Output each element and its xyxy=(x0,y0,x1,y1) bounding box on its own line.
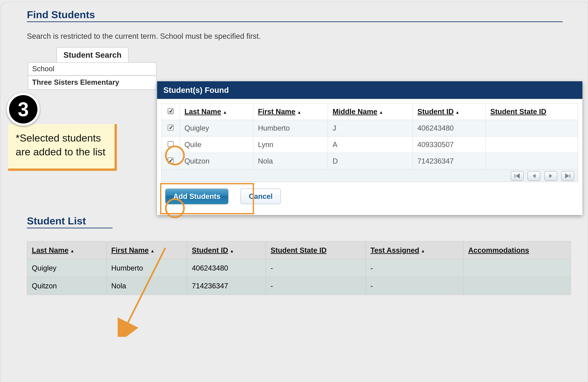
cell-student-state-id xyxy=(485,153,578,169)
row-checkbox[interactable] xyxy=(168,125,174,130)
cell-student-state-id xyxy=(485,120,578,136)
col-last-name[interactable]: Last Name▲ xyxy=(180,103,253,120)
cell-test-assigned: - xyxy=(366,277,463,295)
pager-first-button[interactable] xyxy=(511,171,524,181)
modal-title: Student(s) Found xyxy=(157,81,582,99)
sort-asc-icon: ▲ xyxy=(150,249,155,254)
cell-student-id: 406243480 xyxy=(187,259,266,277)
pager-last-icon xyxy=(565,173,571,179)
col-first-name[interactable]: First Name▲ xyxy=(106,241,187,259)
col-student-id[interactable]: Student ID▲ xyxy=(187,241,266,259)
sort-asc-icon: ▲ xyxy=(379,110,383,115)
cell-test-assigned: - xyxy=(366,259,463,277)
col-select-all[interactable] xyxy=(162,103,180,120)
sort-asc-icon: ▲ xyxy=(297,110,301,115)
cell-student-state-id: - xyxy=(266,259,366,277)
cancel-button[interactable]: Cancel xyxy=(240,189,281,204)
col-student-state-id[interactable]: Student State ID xyxy=(485,103,578,120)
step-badge-3: 3 xyxy=(7,93,40,126)
find-students-heading: Find Students xyxy=(27,9,563,22)
cell-student-id: 714236347 xyxy=(187,277,266,295)
col-first-name[interactable]: First Name▲ xyxy=(253,103,328,120)
cell-student-id: 714236347 xyxy=(413,153,485,169)
student-list-table: Last Name▲ First Name▲ Student ID▲ Stude… xyxy=(27,241,571,295)
sort-asc-icon: ▲ xyxy=(223,110,227,115)
cell-last-name: Quile xyxy=(180,136,253,153)
students-found-table: Last Name▲ First Name▲ Middle Name▲ Stud… xyxy=(161,103,578,170)
col-accommodations[interactable]: Accommodations xyxy=(463,241,571,259)
school-value: Three Sisters Elementary xyxy=(28,76,156,90)
search-restricted-text: Search is restricted to the current term… xyxy=(27,32,581,41)
cell-middle-name: A xyxy=(328,136,413,153)
cell-student-id: 406243480 xyxy=(413,120,485,136)
modal-actions: Add Students Cancel xyxy=(161,182,578,211)
cell-last-name: Quigley xyxy=(180,120,253,136)
pager-next-button[interactable] xyxy=(545,171,557,181)
table-row[interactable]: QuigleyHumberto406243480-- xyxy=(27,259,571,277)
cell-accommodations xyxy=(463,259,571,277)
row-checkbox[interactable] xyxy=(168,158,174,164)
add-students-button[interactable]: Add Students xyxy=(165,189,228,204)
cell-middle-name: D xyxy=(328,153,413,169)
pager-last-button[interactable] xyxy=(561,171,574,181)
cell-first-name: Humberto xyxy=(106,259,187,277)
table-row[interactable]: QuitzonNolaD714236347 xyxy=(162,153,578,169)
student-list-heading: Student List xyxy=(27,215,113,228)
sort-asc-icon: ▲ xyxy=(230,249,234,254)
pager-first-icon xyxy=(514,173,520,179)
table-row[interactable]: QuitzonNola714236347-- xyxy=(27,277,571,295)
panel-frame: Find Students Search is restricted to th… xyxy=(0,2,588,382)
pager xyxy=(161,170,578,182)
cell-last-name: Quitzon xyxy=(27,277,106,295)
pager-next-icon xyxy=(548,173,554,179)
col-student-id[interactable]: Student ID▲ xyxy=(413,103,485,120)
cell-last-name: Quitzon xyxy=(180,153,253,169)
table-row[interactable]: QuigleyHumbertoJ406243480 xyxy=(162,120,578,136)
school-label: School xyxy=(28,62,156,75)
sort-asc-icon: ▲ xyxy=(421,249,425,254)
checkbox-icon[interactable] xyxy=(168,108,174,114)
callout-selected-students: *Selected students are added to the list xyxy=(8,124,117,171)
sort-asc-icon: ▲ xyxy=(70,249,75,254)
col-test-assigned[interactable]: Test Assigned▲ xyxy=(366,241,463,259)
col-last-name[interactable]: Last Name▲ xyxy=(27,241,106,259)
cell-middle-name: J xyxy=(328,120,413,136)
cell-student-state-id: - xyxy=(266,277,366,295)
col-middle-name[interactable]: Middle Name▲ xyxy=(328,103,413,120)
cell-student-state-id xyxy=(485,136,578,153)
cell-last-name: Quigley xyxy=(27,259,106,277)
cell-accommodations xyxy=(463,277,571,295)
col-student-state-id[interactable]: Student State ID xyxy=(266,241,366,259)
pager-prev-icon xyxy=(531,173,537,179)
cell-first-name: Nola xyxy=(106,277,187,295)
sort-asc-icon: ▲ xyxy=(455,110,460,115)
cell-first-name: Nola xyxy=(253,153,328,169)
cell-student-id: 409330507 xyxy=(413,136,485,153)
pager-prev-button[interactable] xyxy=(527,171,540,181)
cell-first-name: Humberto xyxy=(253,120,328,136)
table-row[interactable]: QuileLynnA409330507 xyxy=(162,136,578,153)
students-found-modal: Student(s) Found Last Name▲ First Name▲ … xyxy=(157,81,582,215)
cell-first-name: Lynn xyxy=(253,136,328,153)
row-checkbox[interactable] xyxy=(168,141,174,147)
tab-student-search[interactable]: Student Search xyxy=(57,47,128,63)
